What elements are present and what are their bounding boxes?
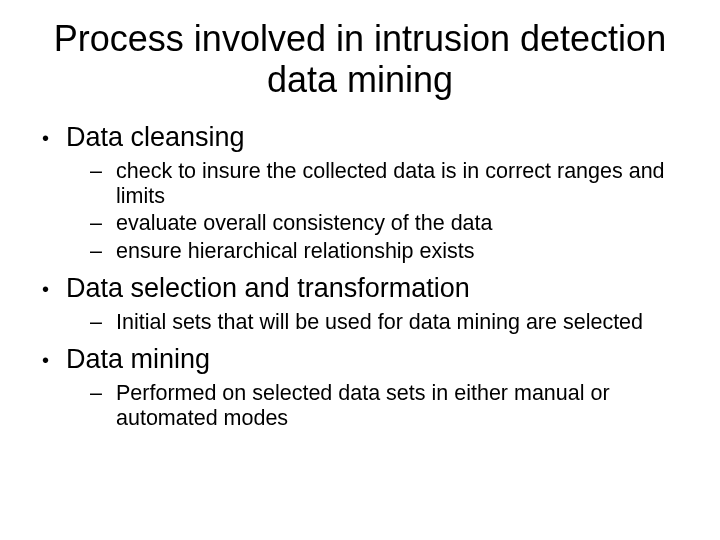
list-item: Data selection and transformation Initia… — [36, 272, 684, 335]
sub-list: Performed on selected data sets in eithe… — [66, 381, 684, 432]
bullet-list: Data cleansing check to insure the colle… — [36, 121, 684, 432]
sub-item: check to insure the collected data is in… — [66, 159, 684, 210]
bullet-text: Data selection and transformation — [66, 273, 470, 303]
bullet-text: Data mining — [66, 344, 210, 374]
list-item: Data mining Performed on selected data s… — [36, 343, 684, 431]
slide-title: Process involved in intrusion detection … — [36, 18, 684, 101]
sub-item: ensure hierarchical relationship exists — [66, 239, 684, 264]
sub-item: Initial sets that will be used for data … — [66, 310, 684, 335]
sub-item: evaluate overall consistency of the data — [66, 211, 684, 236]
slide: Process involved in intrusion detection … — [0, 0, 720, 540]
sub-item: Performed on selected data sets in eithe… — [66, 381, 684, 432]
sub-list: Initial sets that will be used for data … — [66, 310, 684, 335]
sub-list: check to insure the collected data is in… — [66, 159, 684, 264]
bullet-text: Data cleansing — [66, 122, 245, 152]
list-item: Data cleansing check to insure the colle… — [36, 121, 684, 264]
